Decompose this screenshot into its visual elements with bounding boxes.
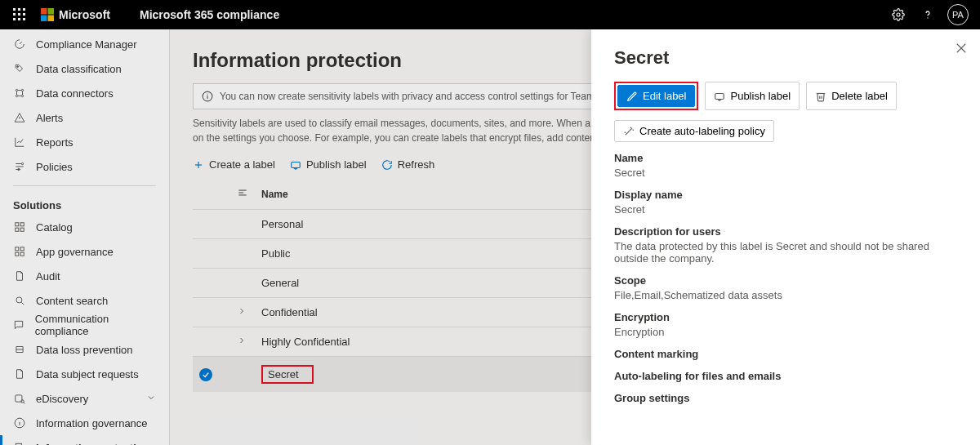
field-value: Secret xyxy=(614,167,957,179)
connectors-icon xyxy=(13,87,26,100)
row-name: Secret xyxy=(255,357,597,393)
row-name: General xyxy=(255,269,597,298)
nav-item-ediscovery[interactable]: eDiscovery xyxy=(0,386,169,411)
field-label: Group settings xyxy=(614,392,957,404)
shield-icon xyxy=(13,343,26,356)
svg-point-15 xyxy=(17,66,19,68)
field-label: Auto-labeling for files and emails xyxy=(614,370,957,382)
svg-line-35 xyxy=(24,403,25,404)
svg-point-17 xyxy=(21,89,23,91)
row-name: Confidential xyxy=(255,298,597,327)
field-label: Display name xyxy=(614,189,957,201)
nav-item-content-search[interactable]: Content search xyxy=(0,288,169,313)
field-name: NameSecret xyxy=(614,152,957,179)
row-name: Public xyxy=(255,239,597,269)
field-display-name: Display nameSecret xyxy=(614,189,957,216)
svg-rect-5 xyxy=(23,13,25,16)
gauge-icon xyxy=(13,38,26,51)
nav-item-alerts[interactable]: Alerts xyxy=(0,105,169,130)
svg-rect-2 xyxy=(23,8,25,11)
field-label: Description for users xyxy=(614,225,957,238)
chat-icon xyxy=(13,318,25,332)
alert-icon xyxy=(13,111,26,124)
wand-icon xyxy=(623,126,635,137)
panel-title: Secret xyxy=(614,47,957,69)
app-title: Microsoft 365 compliance xyxy=(140,8,279,21)
doc-icon xyxy=(13,269,26,283)
delete-label-button[interactable]: Delete label xyxy=(806,82,897,110)
svg-rect-11 xyxy=(41,16,47,22)
svg-rect-51 xyxy=(715,93,724,99)
app-launcher[interactable] xyxy=(7,3,33,26)
grid-icon xyxy=(13,245,26,258)
collapse-all-icon[interactable] xyxy=(237,187,248,198)
close-button[interactable] xyxy=(954,41,969,58)
svg-rect-23 xyxy=(16,223,19,226)
svg-rect-25 xyxy=(16,228,19,231)
chevron-right-icon[interactable] xyxy=(237,336,247,345)
help-icon[interactable] xyxy=(913,0,942,29)
edit-label-button[interactable]: Edit label xyxy=(617,85,695,107)
svg-point-18 xyxy=(16,95,17,96)
nav-item-audit[interactable]: Audit xyxy=(0,264,169,288)
doc-icon xyxy=(13,367,26,380)
svg-rect-4 xyxy=(18,13,20,16)
policies-icon xyxy=(13,160,26,173)
svg-point-21 xyxy=(21,162,23,164)
field-scope: ScopeFile,Email,Schematized data assets xyxy=(614,274,957,301)
svg-rect-26 xyxy=(20,228,24,231)
svg-rect-3 xyxy=(13,13,16,16)
field-encryption: EncryptionEncryption xyxy=(614,311,957,338)
tags-icon xyxy=(13,62,26,75)
field-label: Name xyxy=(614,152,957,164)
nav-item-information-protection[interactable]: Information protection xyxy=(0,435,169,445)
nav-item-communication-compliance[interactable]: Communication compliance xyxy=(0,313,169,337)
publish-label-button-panel[interactable]: Publish label xyxy=(705,82,800,110)
svg-rect-30 xyxy=(20,252,24,256)
nav-item-policies[interactable]: Policies xyxy=(0,154,169,179)
left-nav: Compliance ManagerData classificationDat… xyxy=(0,29,170,445)
nav-heading-solutions: Solutions xyxy=(0,193,169,215)
svg-point-14 xyxy=(927,17,928,18)
nav-item-app-governance[interactable]: App governance xyxy=(0,239,169,264)
field-description-for-users: Description for usersThe data protected … xyxy=(614,225,957,265)
avatar[interactable]: PA xyxy=(947,4,969,25)
plus-icon xyxy=(193,159,204,171)
svg-point-42 xyxy=(207,94,207,95)
svg-rect-7 xyxy=(18,18,20,20)
col-name[interactable]: Name xyxy=(255,179,597,210)
svg-point-31 xyxy=(16,297,22,303)
svg-line-32 xyxy=(21,302,24,305)
nav-item-catalog[interactable]: Catalog xyxy=(0,215,169,239)
field-value: File,Email,Schematized data assets xyxy=(614,289,957,301)
nav-item-information-governance[interactable]: Information governance xyxy=(0,411,169,435)
create-label-button[interactable]: Create a label xyxy=(193,158,275,171)
selected-radio[interactable] xyxy=(199,368,212,381)
publish-label-button[interactable]: Publish label xyxy=(290,158,367,171)
ediscovery-icon xyxy=(13,392,26,405)
chart-icon xyxy=(13,136,26,149)
label-details-panel: Secret Edit label Publish label Delete l… xyxy=(591,29,980,445)
field-content-marking: Content marking xyxy=(614,348,957,360)
nav-item-data-subject-requests[interactable]: Data subject requests xyxy=(0,362,169,386)
nav-item-data-connectors[interactable]: Data connectors xyxy=(0,81,169,105)
nav-item-reports[interactable]: Reports xyxy=(0,130,169,154)
svg-rect-0 xyxy=(13,8,16,11)
settings-icon[interactable] xyxy=(884,0,913,29)
svg-rect-24 xyxy=(20,223,24,226)
svg-rect-12 xyxy=(48,16,55,22)
chevron-right-icon[interactable] xyxy=(237,306,247,316)
auto-labeling-button[interactable]: Create auto-labeling policy xyxy=(614,120,774,142)
field-label: Content marking xyxy=(614,348,957,360)
svg-rect-6 xyxy=(13,18,16,20)
close-icon xyxy=(954,41,969,56)
nav-item-data-classification[interactable]: Data classification xyxy=(0,56,169,81)
publish-icon xyxy=(714,91,725,102)
nav-item-data-loss-prevention[interactable]: Data loss prevention xyxy=(0,337,169,362)
nav-item-compliance-manager[interactable]: Compliance Manager xyxy=(0,32,169,56)
svg-rect-8 xyxy=(23,18,25,20)
search-icon xyxy=(13,294,26,307)
svg-point-16 xyxy=(16,89,17,91)
grid-icon xyxy=(13,220,26,234)
refresh-button[interactable]: Refresh xyxy=(381,158,435,171)
